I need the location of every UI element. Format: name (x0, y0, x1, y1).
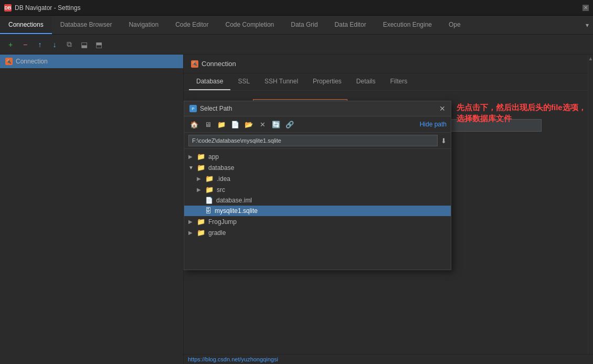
sub-tab-ssl[interactable]: SSL (230, 73, 257, 90)
expand-icon-app: ▶ (188, 154, 194, 159)
folder-icon-app: 📁 (197, 153, 205, 160)
popup-header: P Select Path ✕ (184, 101, 451, 116)
link-button[interactable]: 🔗 (284, 119, 295, 130)
window-controls: ✕ (583, 5, 589, 11)
tab-navigation[interactable]: Navigation (120, 16, 167, 34)
tab-code-editor[interactable]: Code Editor (167, 16, 217, 34)
path-bar: ⬇ (184, 133, 451, 149)
url-bar: https://blog.csdn.net/yuzhongqingsi (184, 354, 593, 364)
tree-item-gradle[interactable]: ▶ 📁 gradle (184, 227, 451, 238)
main-toolbar: + − ↑ ↓ ⧉ ⬓ ⬒ (0, 35, 593, 55)
sub-tab-ssh-tunnel[interactable]: SSH Tunnel (257, 73, 305, 90)
file-icon-sqlite: 🗄 (205, 207, 211, 215)
tree-item-idea[interactable]: ▶ 📁 .idea (184, 173, 451, 184)
tab-data-grid[interactable]: Data Grid (282, 16, 326, 34)
main-content: 🔌 Connection 🔌 Connection Database SSL S… (0, 55, 593, 364)
folder-button[interactable]: 📁 (216, 119, 227, 130)
copy-button[interactable]: ⧉ (63, 38, 76, 51)
tree-item-src[interactable]: ▶ 📁 src (184, 184, 451, 195)
folder-icon-frogjump: 📁 (197, 218, 205, 226)
paste-button[interactable]: ⬓ (78, 38, 90, 51)
expand-icon-database: ▼ (188, 165, 194, 170)
expand-icon-gradle: ▶ (188, 230, 194, 235)
tree-label-src: src (217, 186, 225, 194)
sidebar-item-connection[interactable]: 🔌 Connection (0, 55, 183, 68)
tab-database-browser[interactable]: Database Browser (52, 16, 121, 34)
tree-label-database-iml: database.iml (216, 197, 252, 204)
file-button[interactable]: 📄 (229, 119, 241, 130)
path-input[interactable] (188, 135, 438, 146)
panel-icon: 🔌 (191, 60, 198, 68)
expand-icon-frogjump: ▶ (188, 219, 194, 224)
right-panel: 🔌 Connection Database SSL SSH Tunnel Pro… (184, 55, 593, 364)
popup-toolbar: 🏠 🖥 📁 📄 📂 ✕ 🔄 🔗 Hide path (184, 116, 451, 133)
expand-icon-src: ▶ (197, 187, 202, 192)
parent-folder-button[interactable]: 📂 (243, 119, 255, 130)
path-download-button[interactable]: ⬇ (441, 137, 447, 145)
popup-close-button[interactable]: ✕ (439, 104, 446, 113)
popup-title-area: P Select Path (189, 105, 232, 112)
tree-item-app[interactable]: ▶ 📁 app (184, 151, 451, 162)
tree-item-database[interactable]: ▼ 📁 database (184, 162, 451, 173)
tab-connections[interactable]: Connections (0, 16, 52, 34)
file-icon-iml: 📄 (205, 197, 213, 204)
file-tree: ▶ 📁 app ▼ 📁 database ▶ 📁 .idea (184, 149, 451, 270)
remove-button[interactable]: − (19, 38, 31, 51)
computer-button[interactable]: 🖥 (202, 119, 214, 130)
tree-label-gradle: gradle (208, 229, 226, 237)
sub-tab-properties[interactable]: Properties (305, 73, 349, 90)
sub-tab-details[interactable]: Details (349, 73, 383, 90)
hide-path-link[interactable]: Hide path (420, 121, 447, 128)
disabled-button[interactable]: ⬒ (92, 38, 105, 51)
folder-icon-gradle: 📁 (197, 229, 205, 237)
tab-ope[interactable]: Ope (440, 16, 469, 34)
move-up-button[interactable]: ↑ (34, 38, 46, 51)
sub-tab-bar: Database SSL SSH Tunnel Properties Detai… (184, 73, 593, 91)
cancel-path-button[interactable]: ✕ (257, 119, 268, 130)
tab-code-completion[interactable]: Code Completion (217, 16, 283, 34)
folder-icon-idea: 📁 (205, 175, 214, 183)
scroll-up-arrow[interactable]: ▲ (588, 56, 593, 61)
tree-label-app: app (208, 153, 219, 160)
window-title: DB Navigator - Settings (15, 4, 80, 12)
connection-panel-header: 🔌 Connection (184, 55, 593, 73)
home-button[interactable]: 🏠 (188, 119, 200, 130)
add-button[interactable]: + (4, 38, 17, 51)
title-bar: DB DB Navigator - Settings ✕ (0, 0, 593, 16)
url-text: https://blog.csdn.net/yuzhongqingsi (188, 356, 278, 362)
popup-title-label: Select Path (200, 105, 232, 112)
tab-execution-engine[interactable]: Execution Engine (375, 16, 440, 34)
tree-item-frogjump[interactable]: ▶ 📁 FrogJump (184, 216, 451, 227)
close-button[interactable]: ✕ (583, 5, 589, 11)
connection-icon: 🔌 (5, 58, 13, 65)
sidebar-item-label: Connection (16, 58, 48, 65)
move-down-button[interactable]: ↓ (48, 38, 61, 51)
tree-label-mysqlite: mysqlite1.sqlite (215, 207, 258, 215)
tab-bar: Connections Database Browser Navigation … (0, 16, 593, 35)
select-path-popup: P Select Path ✕ 🏠 🖥 📁 📄 📂 ✕ 🔄 🔗 Hide pat… (184, 101, 451, 270)
sub-tab-filters[interactable]: Filters (383, 73, 415, 90)
tree-item-mysqlite[interactable]: ▶ 🗄 mysqlite1.sqlite (184, 206, 451, 216)
refresh-button[interactable]: 🔄 (270, 119, 282, 130)
tree-label-idea: .idea (217, 175, 230, 183)
folder-icon-src: 📁 (205, 186, 214, 194)
expand-icon-idea: ▶ (197, 176, 202, 181)
panel-title: Connection (202, 60, 236, 68)
sidebar: 🔌 Connection (0, 55, 184, 364)
popup-icon: P (189, 105, 197, 112)
tree-label-frogjump: FrogJump (208, 218, 237, 226)
annotation-text: 先点击下，然后出现后头的file选项，选择数据库文件 (457, 102, 588, 124)
sub-tab-database[interactable]: Database (189, 73, 230, 90)
tab-more-button[interactable]: ▾ (581, 16, 593, 34)
folder-icon-database: 📁 (197, 164, 205, 172)
right-scrollbar: ▲ ▼ (588, 55, 593, 364)
tree-item-database-iml[interactable]: ▶ 📄 database.iml (184, 195, 451, 206)
app-icon: DB (4, 4, 12, 12)
tree-label-database: database (208, 164, 234, 172)
tab-data-editor[interactable]: Data Editor (326, 16, 375, 34)
